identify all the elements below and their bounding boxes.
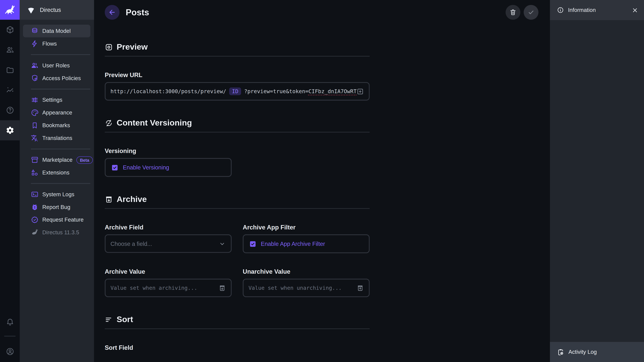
nav-item-user-roles[interactable]: User Roles [23,59,90,72]
info-sidebar-title: Information [568,7,596,13]
enable-app-archive-filter-checkbox[interactable]: Enable App Archive Filter [243,234,370,253]
chevron-down-icon [218,240,226,247]
nav-item-report-bug[interactable]: Report Bug [23,201,90,214]
nav-item-data-model[interactable]: Data Model [23,25,90,37]
settings-gear-icon [6,126,14,135]
directus-logo-button[interactable] [0,0,20,20]
preview-url-value: http://localhost:3000/posts/preview/ ID … [110,87,356,95]
project-header[interactable]: Directus [20,0,94,20]
sort-icon [105,316,113,324]
nav-item-marketplace[interactable]: Marketplace Beta [23,153,90,166]
nav-item-label: Extensions [42,169,70,176]
settings-form: Preview Preview URL http://localhost:300… [94,25,370,351]
trash-icon [509,8,517,16]
url-token: CIFbz_dnIA7OwRTewJFC79aQoDl [308,88,356,94]
translate-icon [31,134,39,142]
section-divider [105,132,370,133]
nav-divider [31,54,90,55]
nav-item-label: Appearance [42,110,72,116]
unarchive-value-input[interactable]: Value set when unarchiving... [243,279,370,297]
save-button[interactable] [524,5,538,19]
box-icon [6,25,14,34]
nav-item-appearance[interactable]: Appearance [23,106,90,119]
tune-icon [31,96,39,104]
field-label-archive-app-filter: Archive App Filter [243,224,370,231]
nav-item-settings[interactable]: Settings [23,93,90,106]
palette-icon [31,109,39,117]
nav-item-bookmarks[interactable]: Bookmarks [23,119,90,132]
nav-divider [31,89,90,89]
info-sidebar: Information Activity Log [550,0,644,362]
nav-list: Data Model Flows User Roles [20,20,94,239]
module-users[interactable] [0,40,20,60]
checkbox-checked-icon [111,164,119,171]
archive-value-input[interactable]: Value set when archiving... [105,279,232,297]
nav-item-flows[interactable]: Flows [23,37,90,50]
archive-icon [105,195,113,203]
back-button[interactable] [105,5,120,19]
account-icon [6,347,14,356]
add-variable-button[interactable] [356,88,364,95]
version-label: Directus 11.3.5 [42,229,79,236]
database-icon [31,27,39,35]
section-sort-header: Sort [105,315,370,324]
bell-icon [6,317,14,326]
app-window: Directus Data Model Flows User Ro [0,0,644,362]
terminal-icon [31,190,39,198]
section-divider [105,56,370,57]
bug-icon [31,203,39,211]
nav-item-label: Translations [42,135,72,141]
module-files[interactable] [0,60,20,80]
section-title: Preview [117,42,148,52]
info-sidebar-header: Information [550,0,644,20]
id-variable-chip[interactable]: ID [229,87,241,95]
project-name: Directus [40,6,61,13]
module-bar-divider [4,336,16,337]
version-info: Directus 11.3.5 [23,226,90,239]
bookmark-icon [31,121,39,129]
new-releases-icon [31,216,39,224]
add-box-icon [356,88,364,95]
module-content[interactable] [0,20,20,40]
module-settings[interactable] [0,120,20,140]
nav-item-system-logs[interactable]: System Logs [23,188,90,201]
section-title: Content Versioning [117,118,192,128]
close-sidebar-button[interactable] [632,7,638,13]
select-placeholder: Choose a field... [110,240,152,247]
checkbox-checked-icon [249,240,257,248]
help-icon [6,106,14,114]
nav-item-request-feature[interactable]: Request Feature [23,213,90,226]
check-icon [527,8,535,16]
module-bar-spacer [0,140,20,312]
nav-item-translations[interactable]: Translations [23,132,90,144]
notifications-button[interactable] [0,312,20,332]
input-placeholder: Value set when archiving... [110,285,198,291]
enable-versioning-checkbox[interactable]: Enable Versioning [105,158,232,177]
module-insights[interactable] [0,80,20,100]
storefront-icon [31,156,39,164]
nav-divider [31,149,90,149]
page-header: Posts [94,0,550,25]
delete-button[interactable] [506,5,520,19]
insights-icon [6,86,14,94]
field-label-archive-field: Archive Field [105,224,232,231]
nav-item-label: Marketplace [42,157,72,163]
activity-log-button[interactable]: Activity Log [550,342,644,362]
preview-url-input[interactable]: http://localhost:3000/posts/preview/ ID … [105,82,370,100]
checkbox-label: Enable Versioning [123,164,169,171]
nav-item-label: Bookmarks [42,122,70,129]
section-preview-header: Preview [105,42,370,52]
field-label-unarchive-value: Unarchive Value [243,268,370,275]
nav-item-extensions[interactable]: Extensions [23,166,90,179]
nav-item-label: Report Bug [42,204,70,210]
folder-icon [6,66,14,74]
user-menu-button[interactable] [0,341,20,362]
project-fan-icon [27,5,35,14]
field-label-sort-field: Sort Field [105,344,370,351]
rabbit-logo-icon [4,4,16,15]
nav-item-access-policies[interactable]: Access Policies [23,72,90,85]
module-help[interactable] [0,100,20,120]
archive-field-select[interactable]: Choose a field... [105,234,232,253]
archive-icon [218,284,226,292]
people-icon [31,61,39,69]
